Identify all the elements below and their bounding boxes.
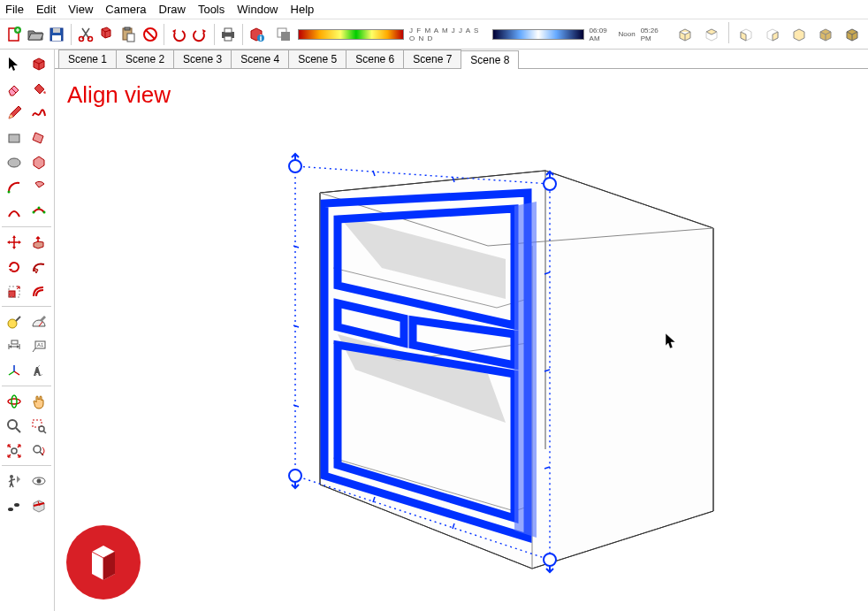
open-file-button[interactable]	[25, 22, 45, 47]
toolbar-separator	[164, 24, 164, 45]
menu-file[interactable]: File	[5, 3, 24, 16]
svg-point-5	[79, 36, 83, 41]
shadow-toggle-button[interactable]	[275, 24, 293, 45]
redo-button[interactable]	[189, 22, 209, 47]
offset-tool[interactable]	[27, 279, 50, 303]
undo-button[interactable]	[168, 22, 188, 47]
svg-point-31	[8, 420, 17, 429]
walk-tool[interactable]	[2, 493, 26, 517]
copy-button[interactable]	[96, 22, 117, 47]
front-view-button[interactable]	[734, 22, 758, 47]
menu-edit[interactable]: Edit	[36, 3, 56, 16]
scene-tab-1[interactable]: Scene 1	[58, 50, 117, 68]
svg-point-36	[10, 475, 13, 478]
zoom-tool[interactable]	[2, 414, 26, 438]
menu-camera[interactable]: Camera	[105, 3, 146, 16]
two-point-arc-tool[interactable]	[2, 200, 26, 224]
select-tool[interactable]	[2, 51, 26, 75]
save-file-button[interactable]	[47, 22, 67, 47]
model-info-button[interactable]	[247, 22, 267, 47]
rectangle-tool[interactable]	[2, 126, 26, 149]
position-camera-tool[interactable]	[2, 469, 26, 493]
top-view-button[interactable]	[699, 22, 724, 47]
toolbar-separator	[214, 24, 215, 45]
svg-point-21	[42, 210, 45, 213]
scene-tab-6[interactable]: Scene 6	[346, 50, 404, 68]
toolbar-separator	[728, 22, 729, 43]
scene-tab-2[interactable]: Scene 2	[116, 50, 174, 68]
viewport[interactable]: Align view	[55, 69, 868, 611]
time-slider[interactable]	[492, 29, 584, 40]
push-pull-tool[interactable]	[27, 230, 50, 254]
svg-point-19	[7, 190, 10, 193]
svg-rect-23	[9, 291, 15, 297]
left-view-button[interactable]	[813, 22, 838, 47]
text-tool[interactable]: A1	[27, 334, 50, 358]
svg-text:A1: A1	[37, 342, 44, 348]
section-plane-tool[interactable]	[27, 493, 50, 517]
scene-tabs: Scene 1 Scene 2 Scene 3 Scene 4 Scene 5 …	[55, 50, 868, 69]
eraser-tool[interactable]	[2, 76, 26, 100]
menu-tools[interactable]: Tools	[198, 3, 225, 16]
three-point-arc-tool[interactable]	[27, 200, 50, 224]
axes-tool[interactable]	[2, 359, 26, 383]
back-view-button[interactable]	[787, 22, 811, 47]
scale-tool[interactable]	[2, 279, 26, 303]
scene-tab-5[interactable]: Scene 5	[288, 50, 346, 68]
svg-point-42	[544, 178, 556, 190]
new-file-button[interactable]	[4, 22, 24, 47]
right-view-button[interactable]	[760, 22, 785, 47]
noon-label: Noon	[619, 30, 636, 38]
tool-palette: A1	[0, 50, 55, 611]
scene-tab-3[interactable]: Scene 3	[173, 50, 232, 68]
orbit-tool[interactable]	[2, 389, 26, 413]
rotate-tool[interactable]	[2, 255, 26, 279]
look-around-tool[interactable]	[27, 469, 50, 493]
print-button[interactable]	[218, 22, 239, 47]
freehand-tool[interactable]	[27, 101, 50, 125]
dimension-tool[interactable]	[2, 334, 26, 358]
scene-tab-8[interactable]: Scene 8	[461, 50, 519, 69]
persp-view-button[interactable]	[840, 22, 864, 47]
pencil-tool[interactable]	[2, 101, 26, 125]
cursor-icon	[665, 332, 679, 350]
zoom-extents-tool[interactable]	[2, 439, 26, 462]
svg-point-39	[8, 508, 13, 511]
rotated-rect-tool[interactable]	[27, 126, 50, 149]
delete-button[interactable]	[140, 22, 160, 47]
scene-tab-7[interactable]: Scene 7	[403, 50, 461, 68]
palette-separator	[2, 226, 51, 227]
3d-text-tool[interactable]	[27, 359, 50, 383]
polygon-tool[interactable]	[27, 150, 50, 174]
make-component-tool[interactable]	[27, 51, 50, 75]
pan-tool[interactable]	[27, 389, 50, 413]
previous-view-tool[interactable]	[27, 439, 50, 462]
move-tool[interactable]	[2, 230, 26, 254]
toolbar-separator	[71, 24, 72, 45]
date-slider[interactable]	[298, 29, 404, 40]
toolbar-separator	[242, 24, 243, 45]
svg-rect-9	[127, 34, 134, 42]
protractor-tool[interactable]	[27, 309, 50, 333]
svg-point-43	[289, 470, 301, 482]
paint-bucket-tool[interactable]	[27, 76, 50, 100]
cut-button[interactable]	[75, 22, 95, 47]
arc-tool[interactable]	[2, 175, 26, 199]
zoom-window-tool[interactable]	[27, 414, 50, 438]
menu-window[interactable]: Window	[237, 3, 278, 16]
scene-tab-4[interactable]: Scene 4	[231, 50, 289, 68]
menu-view[interactable]: View	[68, 3, 93, 16]
sunrise-label: 06:09 AM	[590, 27, 613, 42]
iso-view-button[interactable]	[673, 22, 697, 47]
tape-measure-tool[interactable]	[2, 309, 26, 333]
menu-draw[interactable]: Draw	[159, 3, 186, 16]
paste-button[interactable]	[118, 22, 139, 47]
svg-rect-12	[225, 28, 232, 33]
pie-tool[interactable]	[27, 175, 50, 199]
follow-me-tool[interactable]	[27, 255, 50, 279]
svg-point-35	[34, 446, 41, 453]
circle-tool[interactable]	[2, 150, 26, 174]
menu-help[interactable]: Help	[291, 3, 315, 16]
svg-point-44	[544, 554, 556, 566]
svg-rect-16	[281, 32, 290, 41]
